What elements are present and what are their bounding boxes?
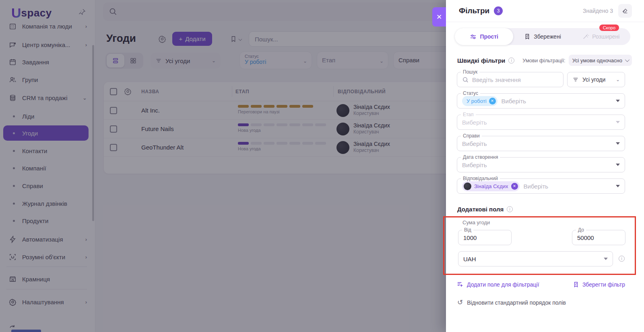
quick-filters-section-header: Швидкі фільтри i Умови фільтрації: Усі у… [457, 55, 632, 66]
chip-close-icon[interactable]: ✕ [511, 183, 518, 190]
amount-to-input[interactable] [577, 234, 620, 241]
restore-icon: ↺ [457, 298, 463, 307]
eraser-icon [621, 7, 629, 14]
link-label: Зберегти фільтр [582, 281, 625, 288]
deal-amount-highlight-box: Сума угоди Від До UAH i [443, 216, 636, 275]
dropdown-arrow-icon [604, 258, 608, 260]
owner-filter-field[interactable]: Відповідальний Зінаїда Сєдих ✕ Виберіть [457, 178, 625, 194]
sliders-icon [470, 33, 477, 40]
owner-chip: Зінаїда Сєдих ✕ [462, 181, 520, 191]
app-window: Uspacy Компанія та люди › Центр комуніка… [0, 0, 644, 332]
chevron-down-icon: ⌄ [616, 77, 620, 82]
restore-order-button[interactable]: ↺ Відновити стандартний порядок полів [457, 298, 644, 307]
tab-label: Прості [480, 33, 498, 40]
activities-filter-field[interactable]: Справи Виберіть [457, 136, 625, 151]
chip-close-icon[interactable]: ✕ [489, 98, 496, 105]
deal-amount-group-label: Сума угоди [462, 219, 625, 225]
info-icon: i [619, 256, 625, 262]
field-label: Справи [461, 133, 482, 139]
field-placeholder: Введіть значення [472, 76, 521, 83]
field-label: Від [462, 227, 473, 233]
chevron-down-icon [625, 57, 630, 62]
field-placeholder: Виберіть [462, 162, 487, 168]
info-icon: i [507, 206, 513, 212]
clear-filters-button[interactable] [618, 4, 632, 18]
add-field-icon [457, 281, 464, 288]
field-placeholder: Виберіть [462, 119, 487, 126]
tab-label: Розширені [592, 33, 619, 40]
status-filter-field[interactable]: Статус У роботі ✕ Виберіть [457, 93, 625, 109]
field-label: Пошук [461, 69, 479, 75]
field-placeholder: Виберіть [502, 98, 526, 105]
filter-lines-icon [572, 76, 579, 83]
magic-wand-icon [582, 33, 589, 40]
dropdown-arrow-icon [616, 121, 620, 123]
currency-select[interactable]: UAH [458, 251, 613, 266]
field-label: Дата створення [461, 154, 500, 160]
found-count: Знайдено 3 [583, 8, 613, 14]
search-icon [462, 76, 469, 83]
field-label: Етап [461, 112, 476, 117]
field-placeholder: Виберіть [462, 140, 487, 147]
currency-value: UAH [463, 256, 476, 262]
tab-simple[interactable]: Прості [455, 28, 513, 45]
conditions-select[interactable]: Усі умови одночасно [569, 55, 632, 66]
amount-to-field[interactable]: До [572, 230, 625, 245]
info-icon: i [508, 57, 514, 64]
panel-scope-select[interactable]: Усі угоди ⌄ [567, 72, 625, 87]
panel-actions: Додати поле для фільтрації Зберегти філь… [457, 281, 625, 288]
filter-fields: Пошук Введіть значення Усі угоди ⌄ Стату… [446, 66, 644, 194]
restore-label: Відновити стандартний порядок полів [467, 299, 566, 306]
filters-header: Фільтри 3 Знайдено 3 [446, 0, 644, 22]
extra-fields-section-header: Додаткові поля i [457, 206, 632, 213]
close-filters-button[interactable]: ✕ [432, 7, 446, 27]
save-filter-button[interactable]: Зберегти фільтр [573, 281, 625, 288]
search-filter-field[interactable]: Пошук Введіть значення [457, 72, 564, 87]
stage-filter-field[interactable]: Етап Виберіть [457, 115, 625, 130]
modal-dim-overlay [0, 0, 446, 332]
conditions-label: Умови фільтрації: [522, 57, 566, 64]
add-filter-field-button[interactable]: Додати поле для фільтрації [457, 281, 539, 288]
amount-from-input[interactable] [463, 234, 506, 241]
created-date-filter-field[interactable]: Дата створення Виберіть [457, 157, 625, 172]
field-label: Статус [461, 90, 480, 96]
scope-value: Усі угоди [582, 76, 605, 83]
dropdown-arrow-icon [616, 185, 620, 187]
divider [446, 22, 644, 22]
dropdown-arrow-icon [616, 164, 620, 166]
field-label: До [576, 227, 586, 233]
filter-tabs: Прості Збережені Розширені Скоро [455, 28, 630, 45]
field-placeholder: Виберіть [524, 183, 549, 190]
chip-label: Зінаїда Сєдих [474, 183, 508, 189]
dropdown-arrow-icon [616, 100, 620, 102]
active-filters-badge: 3 [494, 6, 503, 15]
link-label: Додати поле для фільтрації [467, 281, 539, 288]
close-icon: ✕ [436, 13, 442, 21]
avatar [464, 182, 471, 190]
status-chip: У роботі ✕ [462, 96, 497, 106]
extra-fields-title: Додаткові поля [457, 206, 504, 213]
field-label: Відповідальний [461, 176, 500, 181]
chip-label: У роботі [466, 98, 487, 104]
quick-filters-title: Швидкі фільтри [457, 57, 505, 64]
bookmark-check-icon [573, 281, 579, 288]
filters-title: Фільтри [459, 6, 489, 15]
dropdown-arrow-icon [616, 142, 620, 145]
tab-label: Збережені [534, 33, 561, 40]
filters-panel: Фільтри 3 Знайдено 3 Прості Збережені Ро… [446, 0, 644, 332]
amount-from-field[interactable]: Від [458, 230, 512, 245]
conditions-value: Усі умови одночасно [572, 57, 622, 64]
tab-saved[interactable]: Збережені [513, 28, 572, 45]
bookmark-check-icon [524, 33, 530, 40]
soon-badge: Скоро [599, 25, 619, 31]
